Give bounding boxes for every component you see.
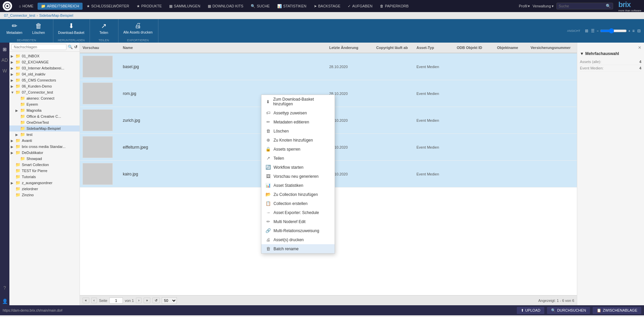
ctx-export-icon: → bbox=[265, 210, 271, 215]
sidebar-item-test-pierre[interactable]: 📁 TEST für Pierre bbox=[9, 168, 80, 174]
ctx-item-add-collection[interactable]: 📂 Zu Collection hinzufügen bbox=[261, 190, 335, 199]
teilen-button[interactable]: ↗ Teilen bbox=[92, 20, 115, 36]
nav-suche[interactable]: 🔍 SUCHE bbox=[247, 3, 273, 10]
sidebar-refresh-icon[interactable]: ↺ bbox=[74, 45, 78, 49]
sidebar-item-zinzino[interactable]: 📁 Zinzino bbox=[9, 192, 80, 198]
profile-button[interactable]: Profil ▾ bbox=[519, 4, 530, 8]
sidebar-item-07-connector[interactable]: ▼ 📁 07_Connector_test bbox=[9, 89, 80, 95]
nav-sammlungen[interactable]: ▦ SAMMLUNGEN bbox=[166, 3, 204, 10]
clipboard-button[interactable]: 📋 ZWISCHENABLAGE bbox=[593, 307, 641, 314]
page-next-button[interactable]: › bbox=[136, 298, 142, 303]
page-prev-button[interactable]: ‹ bbox=[91, 298, 97, 303]
sidebar-search-icon[interactable]: 🔍 bbox=[68, 45, 73, 49]
nav-home[interactable]: ⌂ HOME bbox=[15, 3, 37, 9]
col-header-date[interactable]: Letzte Änderung bbox=[329, 46, 376, 50]
ctx-item-batch-rename[interactable]: 🗑 Batch rename bbox=[261, 244, 335, 253]
nav-download-kits[interactable]: ▦ DOWNLOAD KITS bbox=[204, 3, 247, 10]
table-row[interactable]: basel.jpg 28.10.2020 Event Medien bbox=[80, 53, 577, 80]
sidebar-item-label: Office & Creative C... bbox=[27, 114, 78, 118]
search-input[interactable] bbox=[559, 4, 606, 8]
details-view-button[interactable]: ≡ bbox=[632, 28, 635, 34]
sidebar-item-05-cms[interactable]: ▶ 📁 05_CMS Connectors bbox=[9, 77, 80, 83]
sidebar-item-test[interactable]: ▶ 📁 test bbox=[9, 131, 80, 138]
sidebar-item-showpad[interactable]: 📁 Showpad bbox=[9, 156, 80, 162]
sidebar-item-zielordner[interactable]: 📁 zielordner bbox=[9, 186, 80, 192]
ctx-item-lock[interactable]: 🔒 Assets sperren bbox=[261, 145, 335, 154]
left-icon-nav3[interactable]: W bbox=[1, 67, 8, 75]
ctx-item-assign-type[interactable]: 🏷 Assettyp zuweisen bbox=[261, 108, 335, 117]
upload-button[interactable]: ⬆ UPLOAD bbox=[517, 307, 544, 314]
sidebar-item-06-kunden[interactable]: ▶ 📁 06_Kunden-Demo bbox=[9, 83, 80, 89]
ctx-item-download-basket[interactable]: ⬇ Zum Download-Basket hinzufügen bbox=[261, 95, 335, 108]
breadcrumb-item-1[interactable]: 07_Connector_test bbox=[4, 13, 35, 17]
sidebar-item-brix-cross[interactable]: ▶ 📁 brix cross media Standar... bbox=[9, 144, 80, 150]
sidebar-search-input[interactable] bbox=[11, 44, 66, 50]
ctx-item-regen-preview[interactable]: 🖼 Vorschau neu generieren bbox=[261, 172, 335, 181]
sidebar-item-04-old[interactable]: ▶ 📁 04_old_inaktiv bbox=[9, 71, 80, 77]
search-icon[interactable]: 🔍 bbox=[606, 4, 611, 8]
list-view-button[interactable]: ☰ bbox=[590, 28, 595, 34]
verwaltung-button[interactable]: Verwaltung ▾ bbox=[533, 4, 553, 8]
nav-aufgaben[interactable]: ✓ AUFGABEN bbox=[344, 3, 376, 10]
left-icon-nav2[interactable]: AD bbox=[0, 56, 9, 64]
left-icon-nav1[interactable]: ⊞ bbox=[1, 45, 8, 53]
browse-button[interactable]: 🔍 DURCHSUCHEN bbox=[547, 307, 590, 314]
sidebar-item-03-interner[interactable]: ▶ 📁 03_Interner Arbeitsberei... bbox=[9, 65, 80, 71]
nav-arbeitsbereich[interactable]: 📁 ARBEITSBEREICH bbox=[38, 3, 83, 10]
page-refresh-button[interactable]: ↺ bbox=[152, 298, 160, 303]
zoom-plus-icon: + bbox=[628, 29, 630, 33]
col-header-copyright[interactable]: Copyright läuft ab bbox=[376, 46, 416, 50]
right-panel-close-button[interactable]: ✕ bbox=[580, 45, 641, 50]
split-view-button[interactable]: ⊟ bbox=[637, 28, 641, 34]
logo[interactable] bbox=[3, 1, 12, 11]
sidebar-item-01-inbox[interactable]: ▶ 📁 01_INBOX bbox=[9, 53, 80, 59]
sidebar-item-smart-collection[interactable]: 📁 Smart Collection bbox=[9, 162, 80, 168]
page-last-button[interactable]: » bbox=[144, 298, 150, 303]
ctx-item-delete[interactable]: 🗑 Löschen bbox=[261, 126, 335, 136]
col-header-type[interactable]: Asset-Typ bbox=[416, 46, 457, 50]
sidebar-item-02-exchange[interactable]: ▶ 📁 02_EXCHANGE bbox=[9, 59, 80, 65]
per-page-select[interactable]: 50 25 100 bbox=[162, 297, 177, 304]
breadcrumb-item-2[interactable]: SidebarMap-Beispiel bbox=[39, 13, 73, 17]
sidebar-item-eyeem[interactable]: 📁 Eyeem bbox=[9, 101, 80, 107]
sidebar-item-magnolia[interactable]: ▶ 📁 Magnolia bbox=[9, 107, 80, 113]
sidebar-item-office-creative[interactable]: 📁 Office & Creative C... bbox=[9, 113, 80, 119]
ctx-item-add-node[interactable]: ⊕ Zu Knoten hinzufügen bbox=[261, 136, 335, 145]
nav-backstage[interactable]: ➤ BACKSTAGE bbox=[310, 3, 344, 10]
ctx-item-asset-exporter[interactable]: → Asset Exporter: Schedule bbox=[261, 208, 335, 217]
ctx-item-statistics[interactable]: 📊 Asset Statistiken bbox=[261, 181, 335, 190]
ctx-item-create-collection[interactable]: 📋 Collection erstellen bbox=[261, 199, 335, 208]
sidebar-item-avanti[interactable]: ▶ 📁 Avanti bbox=[9, 138, 80, 144]
zoom-minus-icon: − bbox=[597, 29, 599, 33]
sidebar-item-dedublikator[interactable]: ▶ 📁 DeDublikator bbox=[9, 150, 80, 156]
col-header-objname[interactable]: Objektname bbox=[497, 46, 531, 50]
alle-assets-button[interactable]: 🖨 Alle Assets drucken bbox=[120, 20, 155, 36]
ctx-item-print[interactable]: 🖨 Asset(s) drucken bbox=[261, 235, 335, 244]
nav-produkte[interactable]: ★ PRODUKTE bbox=[133, 3, 165, 10]
col-header-odb[interactable]: ODB Objekt ID bbox=[457, 46, 497, 50]
grid-view-button[interactable]: ⊞ bbox=[584, 28, 589, 34]
page-first-button[interactable]: « bbox=[83, 298, 89, 303]
nav-papierkorb[interactable]: 🗑 PAPIERKORB bbox=[377, 3, 412, 9]
ctx-item-multi-relation[interactable]: 🔗 Multi-Relationszuweisung bbox=[261, 226, 335, 235]
left-icon-help[interactable]: ? bbox=[2, 284, 7, 292]
ctx-item-workflow[interactable]: 🔄 Workflow starten bbox=[261, 163, 335, 172]
nav-statistiken[interactable]: 📊 STATISTIKEN bbox=[274, 3, 310, 10]
zoom-slider[interactable] bbox=[600, 28, 627, 34]
download-basket-button[interactable]: ⬇ Download-Basket bbox=[55, 20, 87, 36]
col-header-name[interactable]: Name bbox=[123, 46, 329, 50]
left-icon-user[interactable]: 👤 bbox=[1, 297, 9, 305]
page-number-input[interactable] bbox=[109, 298, 123, 304]
sidebar-item-onedrive[interactable]: 📁 OneDriveTest bbox=[9, 119, 80, 125]
sidebar-item-tutorials[interactable]: 📁 Tutorials bbox=[9, 174, 80, 180]
ctx-item-share[interactable]: ↗ Teilen bbox=[261, 154, 335, 163]
col-header-version[interactable]: Versicherungsnummer bbox=[531, 46, 574, 50]
loeschen-button[interactable]: 🗑 Löschen bbox=[27, 20, 50, 36]
metadaten-button[interactable]: ✏ Metadaten bbox=[3, 20, 26, 36]
sidebar-item-z-ausgangsordner[interactable]: ▶ 📁 z_ausgangsordner bbox=[9, 180, 80, 186]
nav-schluesselwoerter[interactable]: ★ SCHLÜSSELWÖRTER bbox=[83, 3, 133, 10]
ctx-item-edit-meta[interactable]: ✏ Metadaten editieren bbox=[261, 117, 335, 126]
sidebar-item-sidebarmap[interactable]: 📁 SidebarMap-Beispiel bbox=[9, 125, 80, 131]
ctx-item-multi-noderef[interactable]: ✏ Multi Noderef Edit bbox=[261, 217, 335, 226]
sidebar-item-akeneo[interactable]: 📁 akeneo: Connect bbox=[9, 95, 80, 101]
